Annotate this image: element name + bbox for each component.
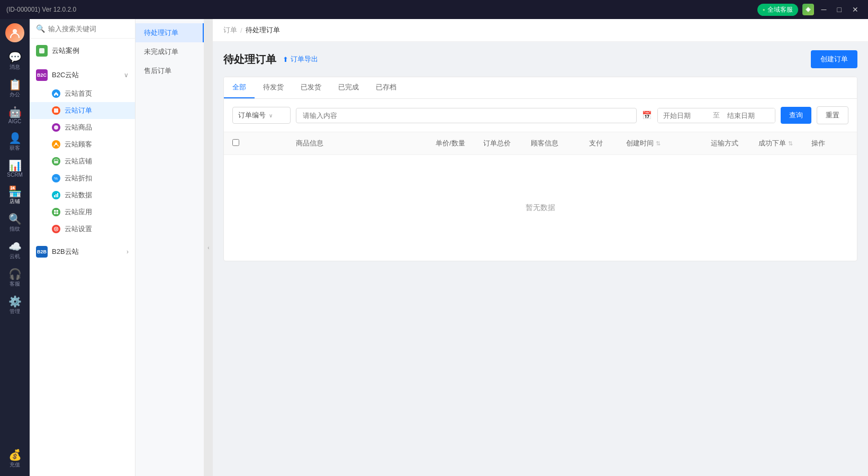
app-id: (ID-000001) Ver 12.0.2.0: [6, 6, 76, 13]
acquire-icon: 👤: [8, 133, 22, 143]
sort-created-icon[interactable]: ⇅: [656, 140, 661, 147]
start-date-input[interactable]: [658, 108, 711, 123]
sub-nav-incomplete[interactable]: 未完成订单: [135, 42, 204, 61]
col-actions: 操作: [811, 139, 848, 148]
col-total: 订单总价: [483, 139, 531, 148]
svg-rect-5: [54, 161, 58, 163]
sidebar-child-yun-setting[interactable]: 云站设置: [30, 221, 135, 237]
sidebar-item-shop[interactable]: 🏪 店铺: [2, 183, 28, 208]
close-button[interactable]: ✕: [849, 4, 862, 15]
messages-icon: 💬: [8, 52, 22, 62]
date-range: 至: [657, 108, 775, 123]
sidebar-child-yun-store[interactable]: 云站店铺: [30, 153, 135, 170]
select-arrow-icon: ∨: [269, 113, 273, 118]
date-separator: 至: [711, 111, 722, 120]
customer-service-button[interactable]: 全域客服: [757, 4, 798, 16]
panel-body: 待处理订单 未完成订单 售后订单 ‹ 订单 / 待处理订单 待处理订单: [135, 19, 868, 476]
sidebar-item-scrm[interactable]: 📊 SCRM: [2, 157, 28, 181]
sidebar-item-office[interactable]: 📋 办公: [2, 76, 28, 102]
export-button[interactable]: ⬆ 订单导出: [283, 54, 318, 64]
svg-rect-13: [57, 213, 59, 215]
guide-icon: 🔍: [8, 214, 22, 224]
sidebar-child-yun-goods[interactable]: 云站商品: [30, 119, 135, 136]
col-checkbox: [232, 139, 254, 148]
minimize-button[interactable]: ─: [818, 4, 830, 15]
tab-archived[interactable]: 已存档: [367, 77, 405, 98]
reset-button[interactable]: 重置: [817, 106, 848, 124]
svg-rect-11: [57, 210, 59, 212]
tab-completed[interactable]: 已完成: [330, 77, 367, 98]
sidebar-item-guide[interactable]: 🔍 指纹: [2, 210, 28, 236]
sidebar-child-yun-data[interactable]: 云站数据: [30, 187, 135, 204]
panel-toggle-button[interactable]: ‹: [204, 19, 213, 476]
store-dot: [52, 157, 60, 166]
svg-rect-9: [57, 193, 58, 197]
svg-rect-7: [54, 195, 55, 197]
query-button[interactable]: 查询: [781, 107, 811, 124]
sidebar-child-yun-app[interactable]: 云站应用: [30, 204, 135, 221]
sidebar-item-service[interactable]: 🎧 客服: [2, 266, 28, 291]
tabs: 全部 待发货 已发货 已完成 已存档: [224, 77, 857, 99]
titlebar: (ID-000001) Ver 12.0.2.0 全域客服 ─ □ ✕: [0, 0, 868, 19]
select-all-checkbox[interactable]: [232, 139, 239, 146]
page-header: 待处理订单 ⬆ 订单导出 创建订单: [223, 50, 857, 68]
left-nav: 💬 消息 📋 办公 🤖 AIGC 👤 获客 📊 SCRM 🏪 店铺 🔍 指纹: [0, 19, 30, 476]
sort-ordered-icon[interactable]: ⇅: [788, 140, 793, 147]
export-icon: ⬆: [283, 56, 288, 63]
tab-shipped[interactable]: 已发货: [292, 77, 330, 98]
create-order-button[interactable]: 创建订单: [811, 50, 857, 68]
sidebar-child-yun-home[interactable]: 云站首页: [30, 85, 135, 102]
sidebar-item-messages[interactable]: 💬 消息: [2, 49, 28, 74]
b2c-icon: B2C: [36, 69, 48, 81]
recharge-icon: 💰: [8, 450, 22, 460]
sidebar-child-yun-discount[interactable]: % 云站折扣: [30, 170, 135, 187]
svg-rect-10: [54, 210, 56, 212]
sidebar-parent-b2b[interactable]: B2B B2B云站 ›: [30, 242, 135, 262]
table-header: 商品信息 单价/数量 订单总价 顾客信息 支付: [224, 132, 857, 155]
svg-point-0: [13, 29, 17, 33]
user-avatar[interactable]: [5, 23, 24, 42]
aigc-icon: 🤖: [8, 107, 22, 117]
sub-nav: 待处理订单 未完成订单 售后订单: [135, 19, 204, 476]
breadcrumb-parent[interactable]: 订单: [223, 25, 237, 35]
tab-pending-ship[interactable]: 待发货: [255, 77, 292, 98]
shop-icon: 🏪: [8, 186, 22, 197]
search-input[interactable]: [48, 25, 137, 33]
svg-point-14: [56, 228, 57, 230]
search-bar: 🔍: [30, 19, 135, 39]
chevron-right-icon: ›: [126, 248, 129, 255]
sidebar-item-aigc[interactable]: 🤖 AIGC: [2, 104, 28, 127]
end-date-input[interactable]: [722, 108, 775, 123]
search-icon: 🔍: [36, 24, 45, 33]
search-content-input[interactable]: [296, 108, 637, 123]
svg-text:%: %: [54, 176, 58, 181]
cloud-icon: ☁️: [8, 241, 22, 252]
calendar-icon: 📅: [642, 111, 652, 120]
b2b-icon: B2B: [36, 246, 48, 258]
sub-nav-pending[interactable]: 待处理订单: [135, 23, 204, 42]
col-price: 单价/数量: [436, 139, 483, 148]
svg-rect-2: [54, 108, 58, 113]
sidebar-item-recharge[interactable]: 💰 充值: [2, 446, 28, 472]
col-created: 创建时间 ⇅: [626, 139, 711, 148]
tab-all[interactable]: 全部: [224, 77, 255, 98]
table-container: 全部 待发货 已发货 已完成 已存档 订单编号 ∨ 📅: [223, 77, 857, 261]
home-dot: [52, 89, 60, 98]
titlebar-controls: 全域客服 ─ □ ✕: [757, 4, 862, 16]
sidebar-item-acquire[interactable]: 👤 获客: [2, 130, 28, 155]
maximize-button[interactable]: □: [834, 4, 845, 15]
sidebar-child-yun-customer[interactable]: 云站顾客: [30, 136, 135, 153]
sidebar-parent-b2c[interactable]: B2C B2C云站 ∨: [30, 65, 135, 85]
sidebar-parent-cases[interactable]: 云站案例: [30, 41, 135, 61]
svg-rect-8: [56, 194, 57, 197]
order-type-select[interactable]: 订单编号 ∨: [232, 107, 291, 124]
col-customer: 顾客信息: [531, 139, 589, 148]
sidebar-item-manage[interactable]: ⚙️ 管理: [2, 293, 28, 318]
sidebar-child-yun-order[interactable]: 云站订单: [30, 102, 135, 119]
customer-dot: [52, 140, 60, 149]
logo-icon: [802, 4, 814, 15]
sidebar-section-b2c: B2C B2C云站 ∨ 云站首页 云站订单 云站商品: [30, 63, 135, 240]
sub-nav-aftersale[interactable]: 售后订单: [135, 61, 204, 80]
sidebar-item-cloud[interactable]: ☁️ 云机: [2, 238, 28, 263]
office-icon: 📋: [8, 79, 22, 90]
